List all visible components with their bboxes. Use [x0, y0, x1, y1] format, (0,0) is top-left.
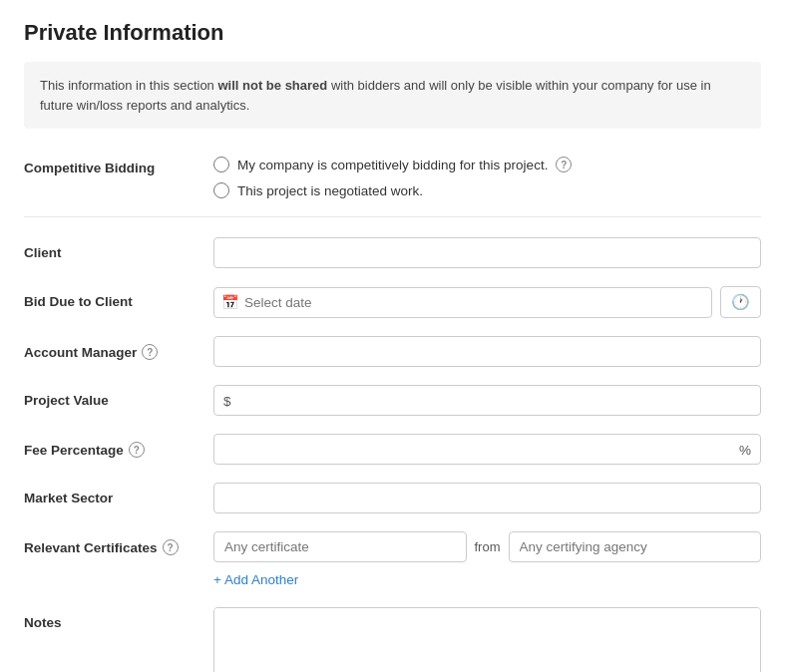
account-manager-help-icon[interactable]: ?: [142, 344, 158, 360]
certificate-input[interactable]: [213, 531, 467, 562]
client-label: Client: [24, 237, 213, 260]
dollar-prefix: $: [223, 393, 231, 408]
radio-competitive-input[interactable]: [213, 157, 229, 172]
relevant-certificates-label: Relevant Certificates ?: [24, 531, 213, 555]
account-manager-input[interactable]: [213, 336, 761, 367]
radio-negotiated-input[interactable]: [213, 182, 229, 198]
info-text-bold: will not be shared: [217, 78, 327, 93]
competitive-bidding-controls: My company is competitively bidding for …: [213, 153, 761, 198]
radio-competitive-label: My company is competitively bidding for …: [237, 158, 548, 172]
notes-textarea[interactable]: [214, 608, 760, 669]
fee-percentage-row: Fee Percentage ? %: [24, 434, 761, 465]
radio-negotiated-label: This project is negotiated work.: [237, 183, 423, 198]
radio-negotiated[interactable]: This project is negotiated work.: [213, 182, 761, 198]
radio-competitive[interactable]: My company is competitively bidding for …: [213, 157, 761, 172]
radio-group: My company is competitively bidding for …: [213, 153, 761, 198]
market-sector-control: [213, 483, 761, 513]
project-value-control: $: [213, 385, 761, 416]
cert-row: from: [213, 531, 761, 562]
info-banner: This information in this section will no…: [24, 62, 761, 129]
add-another-label: + Add Another: [213, 572, 298, 587]
competitive-bidding-row: Competitive Bidding My company is compet…: [24, 153, 761, 198]
market-sector-input[interactable]: [213, 483, 761, 513]
time-button[interactable]: 🕐: [720, 286, 761, 318]
notes-row: Notes B I U ≣ ≡: [24, 607, 761, 672]
bid-due-label: Bid Due to Client: [24, 286, 213, 309]
divider-1: [24, 216, 761, 217]
notes-label: Notes: [24, 607, 213, 630]
add-another-button[interactable]: + Add Another: [213, 570, 298, 589]
competitive-bidding-label: Competitive Bidding: [24, 153, 213, 175]
relevant-certificates-control: from + Add Another: [213, 531, 761, 589]
clock-icon: 🕐: [731, 293, 750, 311]
info-text-start: This information in this section: [40, 78, 217, 93]
date-input[interactable]: [213, 287, 712, 318]
relevant-certificates-row: Relevant Certificates ? from + Add Anoth…: [24, 531, 761, 589]
suffix-wrap: %: [213, 434, 761, 465]
percent-suffix: %: [739, 442, 751, 457]
account-manager-control: [213, 336, 761, 367]
competitive-help-icon[interactable]: ?: [556, 157, 572, 172]
account-manager-label: Account Manager ?: [24, 336, 213, 360]
certifying-agency-input[interactable]: [509, 531, 762, 562]
fee-percentage-label: Fee Percentage ?: [24, 434, 213, 458]
fee-percentage-input[interactable]: [213, 434, 761, 465]
bid-due-control: 📅 🕐: [213, 286, 761, 318]
market-sector-row: Market Sector: [24, 483, 761, 513]
client-row: Client: [24, 237, 761, 268]
project-value-wrap: $: [213, 385, 761, 416]
project-value-row: Project Value $: [24, 385, 761, 416]
date-row: 📅 🕐: [213, 286, 761, 318]
calendar-icon: 📅: [221, 294, 238, 310]
fee-percentage-help-icon[interactable]: ?: [129, 442, 145, 458]
notes-control: B I U ≣ ≡: [213, 607, 761, 672]
project-value-input[interactable]: [213, 385, 761, 416]
certificates-help-icon[interactable]: ?: [163, 539, 179, 555]
notes-wrapper: B I U ≣ ≡: [213, 607, 761, 672]
bid-due-row: Bid Due to Client 📅 🕐: [24, 286, 761, 318]
account-manager-row: Account Manager ?: [24, 336, 761, 367]
market-sector-label: Market Sector: [24, 483, 213, 505]
fee-percentage-control: %: [213, 434, 761, 465]
client-control: [213, 237, 761, 268]
client-input[interactable]: [213, 237, 761, 268]
date-input-wrap: 📅: [213, 287, 712, 318]
page-title: Private Information: [24, 20, 761, 46]
project-value-label: Project Value: [24, 385, 213, 408]
from-label: from: [475, 539, 501, 554]
